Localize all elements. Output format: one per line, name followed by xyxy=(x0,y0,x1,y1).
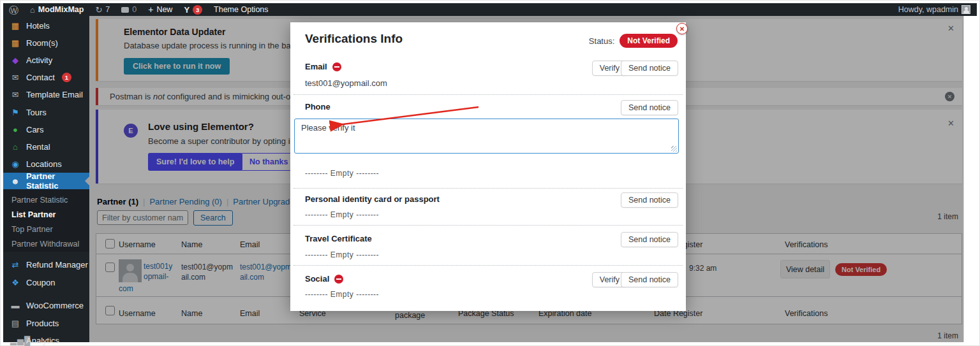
sidebar-item-tours[interactable]: ⚑Tours xyxy=(3,104,89,120)
yoast-seo-icon: Y xyxy=(184,5,189,15)
empty-value: -------- Empty -------- xyxy=(305,250,379,259)
sidebar-item-label: Coupon xyxy=(26,278,56,287)
sidebar-item-label: Activity xyxy=(26,55,52,65)
wordpress-logo-icon: Ⓦ xyxy=(9,5,19,15)
empty-value: -------- Empty -------- xyxy=(305,290,379,299)
car-icon: ● xyxy=(10,126,20,134)
sidebar-item-label: Room(s) xyxy=(26,38,58,48)
send-notice-identity-button[interactable]: Send notice xyxy=(621,192,678,208)
submenu-item-label: List Partner xyxy=(11,210,56,219)
identity-section-label: Personal identity card or passport xyxy=(305,194,440,204)
sidebar-item-activity[interactable]: ◆Activity xyxy=(3,52,89,68)
sidebar-item-coupon[interactable]: ❖Coupon xyxy=(3,274,89,291)
site-menu[interactable]: ⌂ ModMixMap xyxy=(24,3,89,16)
submenu-item-top-partner[interactable]: Top Partner xyxy=(3,222,89,236)
theme-options-label: Theme Options xyxy=(214,5,268,14)
shuffle-icon: ⇄ xyxy=(10,261,20,269)
phone-notice-textarea[interactable]: Please verify it xyxy=(294,119,679,154)
sidebar-item-label: Refund Manager xyxy=(26,260,88,270)
phone-section-label: Phone xyxy=(305,102,330,112)
contact-count-badge: 1 xyxy=(62,73,71,82)
mail-icon: ✉ xyxy=(10,73,20,82)
submenu-item-partner-withdrawal[interactable]: Partner Withdrawal xyxy=(3,237,89,251)
map-pin-icon: ◉ xyxy=(10,160,20,168)
theme-options-menu[interactable]: Theme Options xyxy=(208,3,274,16)
updates-menu[interactable]: ↻ 7 xyxy=(89,3,115,16)
sidebar-item-label: Cars xyxy=(26,125,43,134)
sidebar-item-analytics[interactable]: ▂▅█Analytics xyxy=(3,332,89,346)
section-divider xyxy=(293,188,683,189)
section-divider xyxy=(293,225,683,226)
site-name: ModMixMap xyxy=(38,5,84,14)
status-label: Status: xyxy=(589,36,614,46)
email-value: test001@yopmail.com xyxy=(305,78,387,88)
admin-sidebar: ▦Hotels ▦Room(s) ◆Activity ✉Contact1 ✉Te… xyxy=(3,16,89,342)
section-divider xyxy=(293,265,683,266)
sidebar-item-cars[interactable]: ●Cars xyxy=(3,121,89,138)
plus-icon: + xyxy=(148,5,153,14)
sidebar-item-label: Tours xyxy=(26,108,47,117)
bar-chart-icon: ▂▅█ xyxy=(10,336,20,345)
updates-icon: ↻ xyxy=(95,6,102,14)
submenu-item-label: Partner Statistic xyxy=(11,196,68,205)
send-notice-phone-button[interactable]: Send notice xyxy=(621,100,678,115)
send-notice-social-button[interactable]: Send notice xyxy=(621,272,678,287)
sidebar-item-label: Partner Statistic xyxy=(26,171,89,191)
sidebar-item-contact[interactable]: ✉Contact1 xyxy=(3,69,89,85)
modal-title: Verifications Info xyxy=(305,32,403,46)
comments-icon xyxy=(121,7,129,13)
sidebar-item-products[interactable]: ▤Products xyxy=(3,315,89,331)
seo-notification-badge: 3 xyxy=(193,5,202,15)
wordpress-admin-window: Ⓦ ⌂ ModMixMap ↻ 7 0 + New Y 3 Theme Opti… xyxy=(0,0,980,346)
sidebar-item-label: Hotels xyxy=(26,21,50,31)
room-icon: ▦ xyxy=(10,39,20,47)
social-section-label: Social xyxy=(305,274,343,284)
sidebar-item-partner-statistic[interactable]: ☻Partner Statistic xyxy=(3,173,89,189)
sidebar-item-label: Rental xyxy=(26,142,50,152)
close-icon[interactable]: ✕ xyxy=(676,23,688,34)
sidebar-item-label: Template Email xyxy=(26,90,83,99)
comments-menu[interactable]: 0 xyxy=(115,3,142,16)
sidebar-item-label: Analytics xyxy=(26,336,59,345)
sidebar-item-refund-manager[interactable]: ⇄Refund Manager xyxy=(3,256,89,273)
wp-logo-menu[interactable]: Ⓦ xyxy=(3,3,24,16)
seo-menu[interactable]: Y 3 xyxy=(178,3,208,16)
admin-bar: Ⓦ ⌂ ModMixMap ↻ 7 0 + New Y 3 Theme Opti… xyxy=(3,3,977,16)
sidebar-item-rental[interactable]: ⌂Rental xyxy=(3,138,89,155)
hotel-icon: ▦ xyxy=(10,22,20,30)
sidebar-item-woocommerce[interactable]: ▬WooCommerce xyxy=(3,297,89,314)
not-verified-minus-icon xyxy=(334,275,343,284)
submenu-item-partner-statistic[interactable]: Partner Statistic xyxy=(3,193,89,207)
section-divider xyxy=(293,94,683,95)
sidebar-item-template-email[interactable]: ✉Template Email xyxy=(3,86,89,103)
sidebar-item-label: Locations xyxy=(26,159,62,169)
submenu-item-label: Top Partner xyxy=(11,225,53,234)
my-account-menu[interactable]: Howdy, wpadmin xyxy=(898,5,970,14)
user-avatar xyxy=(961,5,970,14)
howdy-label: Howdy, wpadmin xyxy=(898,5,958,14)
send-notice-email-button[interactable]: Send notice xyxy=(621,61,678,76)
submenu-item-label: Partner Withdrawal xyxy=(11,240,79,249)
empty-value: -------- Empty -------- xyxy=(305,210,379,219)
new-content-menu[interactable]: + New xyxy=(142,3,178,16)
travel-certificate-section-label: Travel Certificate xyxy=(305,234,372,243)
tag-icon: ❖ xyxy=(10,278,20,287)
sidebar-item-rooms[interactable]: ▦Room(s) xyxy=(3,34,89,51)
box-icon: ▤ xyxy=(10,319,20,328)
activity-icon: ◆ xyxy=(10,56,20,64)
content-right-edge xyxy=(963,16,964,342)
comments-count: 0 xyxy=(132,5,137,14)
empty-value: -------- Empty -------- xyxy=(305,169,379,178)
send-notice-travel-button[interactable]: Send notice xyxy=(621,232,678,247)
new-label: New xyxy=(156,5,172,14)
submenu-item-list-partner[interactable]: List Partner xyxy=(3,208,89,222)
woocommerce-icon: ▬ xyxy=(10,301,20,310)
home-icon: ⌂ xyxy=(30,6,35,14)
house-icon: ⌂ xyxy=(10,143,20,151)
sidebar-item-hotels[interactable]: ▦Hotels xyxy=(3,17,89,34)
person-icon: ☻ xyxy=(10,177,20,185)
updates-count: 7 xyxy=(105,5,110,14)
sidebar-item-locations[interactable]: ◉Locations xyxy=(3,155,89,172)
verifications-info-modal: Verifications Info Status: Not Verified … xyxy=(290,22,686,311)
mail-icon: ✉ xyxy=(10,90,20,99)
